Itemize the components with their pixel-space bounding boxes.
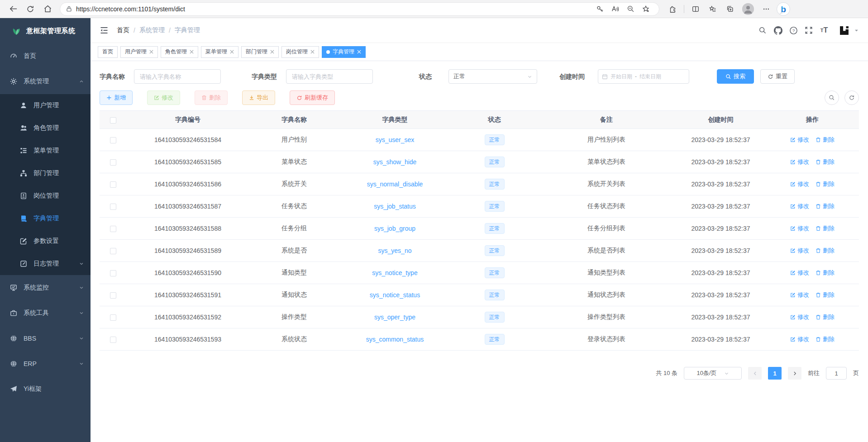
row-edit-button[interactable]: 修改 [790, 202, 809, 210]
row-delete-button[interactable]: 删除 [816, 136, 835, 144]
dict-type-link[interactable]: sys_yes_no [378, 247, 412, 254]
goto-page-input[interactable] [826, 367, 847, 380]
profile-avatar[interactable] [742, 3, 754, 15]
zoom-out-icon[interactable] [624, 2, 637, 16]
row-edit-button[interactable]: 修改 [790, 180, 809, 188]
row-checkbox[interactable] [110, 270, 116, 276]
split-screen-icon[interactable] [688, 2, 703, 16]
user-caret-icon[interactable] [854, 28, 859, 33]
read-aloud-icon[interactable] [609, 2, 621, 16]
add-button[interactable]: 新增 [100, 90, 133, 105]
row-checkbox[interactable] [110, 204, 116, 210]
sidebar-collapse-icon[interactable] [100, 26, 109, 35]
table-refresh-icon[interactable] [844, 90, 859, 105]
dict-type-link[interactable]: sys_job_group [374, 225, 415, 232]
sidebar-item-param-settings[interactable]: 参数设置 [0, 230, 91, 252]
dict-type-link[interactable]: sys_notice_status [370, 291, 420, 299]
breadcrumb-home[interactable]: 首页 [117, 26, 129, 34]
copilot-icon[interactable]: b [776, 2, 791, 16]
row-delete-button[interactable]: 删除 [816, 313, 835, 321]
row-delete-button[interactable]: 删除 [816, 224, 835, 233]
close-tab-icon[interactable] [149, 50, 153, 54]
row-checkbox[interactable] [110, 248, 116, 254]
sidebar-item-system-tools[interactable]: 系统工具 [0, 300, 91, 326]
row-edit-button[interactable]: 修改 [790, 247, 809, 255]
tab-dict-management[interactable]: 字典管理 [322, 46, 366, 58]
delete-button[interactable]: 删除 [195, 90, 228, 105]
sidebar-item-system-management[interactable]: 系统管理 [0, 69, 91, 94]
date-range-picker[interactable]: 开始日期 - 结束日期 [598, 69, 689, 84]
tab-dept-management[interactable]: 部门管理 [241, 46, 279, 58]
row-checkbox[interactable] [110, 226, 116, 232]
row-delete-button[interactable]: 删除 [816, 291, 835, 299]
back-icon[interactable] [6, 2, 20, 16]
dict-type-link[interactable]: sys_user_sex [376, 136, 415, 143]
page-size-select[interactable]: 10条/页 [684, 367, 742, 380]
dict-type-link[interactable]: sys_normal_disable [367, 181, 423, 188]
more-menu-icon[interactable] [759, 2, 773, 16]
edit-button[interactable]: 修改 [147, 90, 180, 105]
dict-type-link[interactable]: sys_oper_type [374, 314, 415, 321]
yi-logo[interactable] [838, 24, 850, 37]
sidebar-item-post-management[interactable]: 岗位管理 [0, 185, 91, 207]
row-edit-button[interactable]: 修改 [790, 335, 809, 343]
dict-type-input[interactable] [286, 69, 373, 84]
status-select[interactable]: 正常 [448, 69, 537, 84]
favorites-bar-icon[interactable] [706, 2, 720, 16]
row-checkbox[interactable] [110, 181, 116, 188]
table-search-toggle-icon[interactable] [825, 90, 839, 105]
sidebar-item-log-management[interactable]: 日志管理 [0, 252, 91, 275]
close-tab-icon[interactable] [270, 50, 274, 54]
row-delete-button[interactable]: 删除 [816, 158, 835, 166]
sidebar-item-dict-management[interactable]: 字典管理 [0, 207, 91, 230]
dict-type-link[interactable]: sys_job_status [374, 203, 416, 210]
tab-home[interactable]: 首页 [98, 46, 118, 58]
sidebar-item-menu-management[interactable]: 菜单管理 [0, 139, 91, 162]
tab-post-management[interactable]: 岗位管理 [281, 46, 319, 58]
row-edit-button[interactable]: 修改 [790, 269, 809, 277]
favorite-add-icon[interactable] [639, 2, 652, 16]
font-size-icon[interactable]: TT [816, 23, 832, 38]
fullscreen-icon[interactable] [801, 23, 816, 38]
sidebar-item-role-management[interactable]: 角色管理 [0, 117, 91, 139]
help-icon[interactable]: ? [786, 23, 801, 38]
row-delete-button[interactable]: 删除 [816, 269, 835, 277]
close-tab-icon[interactable] [230, 50, 234, 54]
github-icon[interactable] [770, 23, 786, 38]
row-checkbox[interactable] [110, 292, 116, 299]
close-tab-icon[interactable] [190, 50, 194, 54]
row-delete-button[interactable]: 删除 [816, 247, 835, 255]
extensions-icon[interactable] [665, 2, 680, 16]
refresh-cache-button[interactable]: 刷新缓存 [290, 90, 335, 105]
row-edit-button[interactable]: 修改 [790, 224, 809, 233]
row-delete-button[interactable]: 删除 [816, 335, 835, 343]
dict-name-input[interactable] [134, 69, 221, 84]
search-button[interactable]: 搜索 [717, 69, 754, 84]
refresh-icon[interactable] [23, 2, 38, 16]
row-edit-button[interactable]: 修改 [790, 136, 809, 144]
sidebar-item-yi-framework[interactable]: Yi框架 [0, 376, 91, 402]
reset-button[interactable]: 重置 [760, 69, 795, 84]
select-all-checkbox[interactable] [110, 117, 116, 124]
tab-role-management[interactable]: 角色管理 [161, 46, 198, 58]
dict-type-link[interactable]: sys_common_status [366, 336, 424, 343]
row-checkbox[interactable] [110, 337, 116, 343]
export-button[interactable]: 导出 [242, 90, 275, 105]
sidebar-item-bbs[interactable]: BBS [0, 326, 91, 351]
row-checkbox[interactable] [110, 137, 116, 143]
header-search-icon[interactable] [755, 23, 770, 38]
close-tab-icon[interactable] [310, 50, 315, 54]
row-checkbox[interactable] [110, 159, 116, 166]
row-delete-button[interactable]: 删除 [816, 180, 835, 188]
next-page-button[interactable] [788, 367, 801, 380]
dict-type-link[interactable]: sys_notice_type [372, 269, 417, 276]
sidebar-item-user-management[interactable]: 用户管理 [0, 94, 91, 117]
close-tab-icon[interactable] [357, 50, 361, 54]
url-bar[interactable]: https://ccnetcore.com:1101/system/dict [60, 2, 659, 16]
row-edit-button[interactable]: 修改 [790, 158, 809, 166]
row-checkbox[interactable] [110, 314, 116, 321]
sidebar-item-home[interactable]: 首页 [0, 43, 91, 69]
password-key-icon[interactable] [593, 2, 606, 16]
row-edit-button[interactable]: 修改 [790, 291, 809, 299]
row-edit-button[interactable]: 修改 [790, 313, 809, 321]
